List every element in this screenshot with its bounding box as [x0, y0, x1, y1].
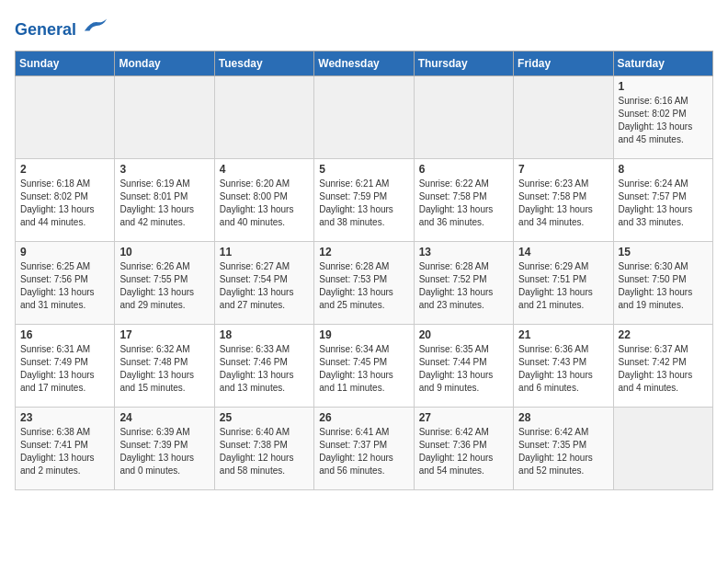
day-info: Sunrise: 6:28 AM Sunset: 7:52 PM Dayligh… — [419, 260, 508, 312]
day-info: Sunrise: 6:20 AM Sunset: 8:00 PM Dayligh… — [220, 178, 309, 229]
day-number: 20 — [419, 328, 508, 341]
calendar-day-cell: 5Sunrise: 6:21 AM Sunset: 7:59 PM Daylig… — [314, 158, 414, 241]
day-number: 1 — [619, 80, 708, 93]
day-info: Sunrise: 6:19 AM Sunset: 8:01 PM Dayligh… — [119, 178, 209, 229]
calendar-day-cell — [613, 407, 712, 489]
day-number: 6 — [419, 163, 508, 176]
day-number: 16 — [20, 328, 109, 341]
day-info: Sunrise: 6:28 AM Sunset: 7:53 PM Dayligh… — [319, 260, 408, 312]
day-info: Sunrise: 6:30 AM Sunset: 7:50 PM Dayligh… — [619, 260, 708, 312]
day-number: 25 — [220, 411, 309, 424]
calendar-body: 1Sunrise: 6:16 AM Sunset: 8:02 PM Daylig… — [16, 75, 713, 489]
logo-text: General — [15, 15, 108, 40]
day-info: Sunrise: 6:26 AM Sunset: 7:55 PM Dayligh… — [119, 260, 209, 312]
day-number: 8 — [619, 163, 708, 176]
day-number: 28 — [518, 411, 608, 424]
calendar-day-cell: 25Sunrise: 6:40 AM Sunset: 7:38 PM Dayli… — [214, 407, 313, 489]
day-info: Sunrise: 6:23 AM Sunset: 7:58 PM Dayligh… — [518, 178, 608, 229]
calendar-week-row: 23Sunrise: 6:38 AM Sunset: 7:41 PM Dayli… — [16, 407, 713, 489]
logo-bird-icon — [83, 15, 108, 35]
calendar-week-row: 1Sunrise: 6:16 AM Sunset: 8:02 PM Daylig… — [16, 75, 713, 158]
day-number: 9 — [20, 246, 109, 259]
day-number: 2 — [20, 163, 109, 176]
calendar-day-cell — [514, 75, 613, 158]
day-number: 14 — [518, 246, 608, 259]
calendar-day-cell: 4Sunrise: 6:20 AM Sunset: 8:00 PM Daylig… — [214, 158, 313, 241]
calendar-day-cell — [414, 75, 513, 158]
day-number: 24 — [119, 411, 209, 424]
day-number: 27 — [419, 411, 508, 424]
calendar-day-cell: 11Sunrise: 6:27 AM Sunset: 7:54 PM Dayli… — [214, 241, 313, 324]
calendar-day-cell: 7Sunrise: 6:23 AM Sunset: 7:58 PM Daylig… — [514, 158, 613, 241]
day-number: 26 — [319, 411, 408, 424]
day-number: 11 — [220, 246, 309, 259]
weekday-header-cell: Thursday — [414, 51, 513, 75]
day-info: Sunrise: 6:22 AM Sunset: 7:58 PM Dayligh… — [419, 178, 508, 229]
calendar-week-row: 16Sunrise: 6:31 AM Sunset: 7:49 PM Dayli… — [16, 324, 713, 407]
day-number: 22 — [619, 328, 708, 341]
calendar-day-cell — [16, 75, 115, 158]
calendar-table: SundayMondayTuesdayWednesdayThursdayFrid… — [15, 51, 713, 490]
calendar-day-cell: 24Sunrise: 6:39 AM Sunset: 7:39 PM Dayli… — [115, 407, 214, 489]
calendar-day-cell: 20Sunrise: 6:35 AM Sunset: 7:44 PM Dayli… — [414, 324, 513, 407]
calendar-day-cell: 2Sunrise: 6:18 AM Sunset: 8:02 PM Daylig… — [16, 158, 115, 241]
weekday-header-row: SundayMondayTuesdayWednesdayThursdayFrid… — [16, 51, 713, 75]
calendar-day-cell — [115, 75, 214, 158]
calendar-day-cell: 17Sunrise: 6:32 AM Sunset: 7:48 PM Dayli… — [115, 324, 214, 407]
day-info: Sunrise: 6:41 AM Sunset: 7:37 PM Dayligh… — [319, 426, 408, 477]
day-number: 18 — [220, 328, 309, 341]
day-info: Sunrise: 6:21 AM Sunset: 7:59 PM Dayligh… — [319, 178, 408, 229]
calendar-week-row: 9Sunrise: 6:25 AM Sunset: 7:56 PM Daylig… — [16, 241, 713, 324]
day-info: Sunrise: 6:25 AM Sunset: 7:56 PM Dayligh… — [20, 260, 109, 312]
day-number: 13 — [419, 246, 508, 259]
day-info: Sunrise: 6:38 AM Sunset: 7:41 PM Dayligh… — [20, 426, 109, 477]
day-number: 15 — [619, 246, 708, 259]
calendar-day-cell — [214, 75, 313, 158]
day-info: Sunrise: 6:27 AM Sunset: 7:54 PM Dayligh… — [220, 260, 309, 312]
day-info: Sunrise: 6:37 AM Sunset: 7:42 PM Dayligh… — [619, 343, 708, 395]
calendar-day-cell: 10Sunrise: 6:26 AM Sunset: 7:55 PM Dayli… — [115, 241, 214, 324]
day-info: Sunrise: 6:39 AM Sunset: 7:39 PM Dayligh… — [119, 426, 209, 477]
day-number: 21 — [518, 328, 608, 341]
day-number: 23 — [20, 411, 109, 424]
logo: General — [15, 15, 108, 40]
calendar-day-cell: 27Sunrise: 6:42 AM Sunset: 7:36 PM Dayli… — [414, 407, 513, 489]
calendar-day-cell: 12Sunrise: 6:28 AM Sunset: 7:53 PM Dayli… — [314, 241, 414, 324]
calendar-day-cell: 9Sunrise: 6:25 AM Sunset: 7:56 PM Daylig… — [16, 241, 115, 324]
day-info: Sunrise: 6:32 AM Sunset: 7:48 PM Dayligh… — [119, 343, 209, 395]
day-info: Sunrise: 6:29 AM Sunset: 7:51 PM Dayligh… — [518, 260, 608, 312]
calendar-day-cell: 22Sunrise: 6:37 AM Sunset: 7:42 PM Dayli… — [613, 324, 712, 407]
weekday-header-cell: Wednesday — [314, 51, 414, 75]
weekday-header-cell: Sunday — [16, 51, 115, 75]
calendar-day-cell: 3Sunrise: 6:19 AM Sunset: 8:01 PM Daylig… — [115, 158, 214, 241]
day-number: 17 — [119, 328, 209, 341]
weekday-header-cell: Saturday — [613, 51, 712, 75]
day-number: 3 — [119, 163, 209, 176]
day-info: Sunrise: 6:18 AM Sunset: 8:02 PM Dayligh… — [20, 178, 109, 229]
weekday-header-cell: Friday — [514, 51, 613, 75]
day-number: 12 — [319, 246, 408, 259]
day-info: Sunrise: 6:40 AM Sunset: 7:38 PM Dayligh… — [220, 426, 309, 477]
calendar-day-cell: 28Sunrise: 6:42 AM Sunset: 7:35 PM Dayli… — [514, 407, 613, 489]
day-info: Sunrise: 6:36 AM Sunset: 7:43 PM Dayligh… — [518, 343, 608, 395]
day-number: 4 — [220, 163, 309, 176]
calendar-week-row: 2Sunrise: 6:18 AM Sunset: 8:02 PM Daylig… — [16, 158, 713, 241]
day-info: Sunrise: 6:42 AM Sunset: 7:36 PM Dayligh… — [419, 426, 508, 477]
calendar-day-cell: 1Sunrise: 6:16 AM Sunset: 8:02 PM Daylig… — [613, 75, 712, 158]
calendar-day-cell: 23Sunrise: 6:38 AM Sunset: 7:41 PM Dayli… — [16, 407, 115, 489]
weekday-header-cell: Tuesday — [214, 51, 313, 75]
day-number: 5 — [319, 163, 408, 176]
day-info: Sunrise: 6:34 AM Sunset: 7:45 PM Dayligh… — [319, 343, 408, 395]
day-info: Sunrise: 6:35 AM Sunset: 7:44 PM Dayligh… — [419, 343, 508, 395]
calendar-day-cell: 6Sunrise: 6:22 AM Sunset: 7:58 PM Daylig… — [414, 158, 513, 241]
calendar-day-cell: 13Sunrise: 6:28 AM Sunset: 7:52 PM Dayli… — [414, 241, 513, 324]
calendar-day-cell: 16Sunrise: 6:31 AM Sunset: 7:49 PM Dayli… — [16, 324, 115, 407]
calendar-day-cell: 14Sunrise: 6:29 AM Sunset: 7:51 PM Dayli… — [514, 241, 613, 324]
day-info: Sunrise: 6:33 AM Sunset: 7:46 PM Dayligh… — [220, 343, 309, 395]
day-info: Sunrise: 6:24 AM Sunset: 7:57 PM Dayligh… — [619, 178, 708, 229]
calendar-day-cell: 21Sunrise: 6:36 AM Sunset: 7:43 PM Dayli… — [514, 324, 613, 407]
calendar-day-cell: 18Sunrise: 6:33 AM Sunset: 7:46 PM Dayli… — [214, 324, 313, 407]
day-number: 7 — [518, 163, 608, 176]
day-info: Sunrise: 6:31 AM Sunset: 7:49 PM Dayligh… — [20, 343, 109, 395]
day-info: Sunrise: 6:42 AM Sunset: 7:35 PM Dayligh… — [518, 426, 608, 477]
